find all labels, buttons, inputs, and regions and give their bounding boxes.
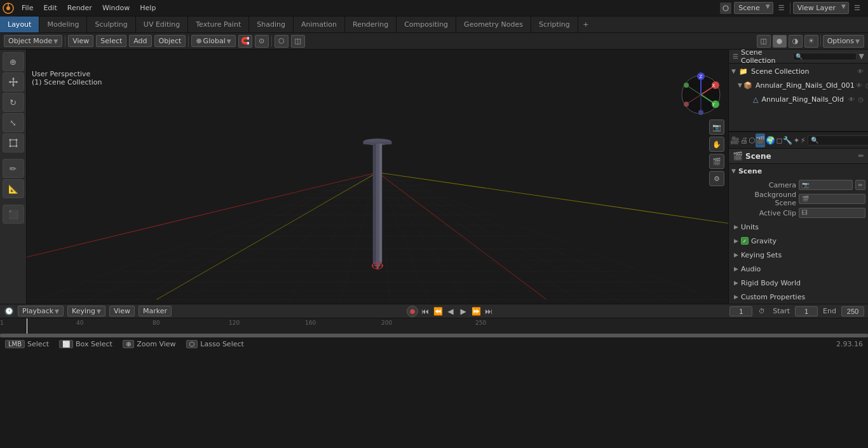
object-menu[interactable]: Object [154, 35, 186, 47]
navigation-gizmo[interactable]: X Y Z [679, 72, 723, 117]
props-tab-modifier[interactable]: 🔧 [783, 133, 792, 147]
outliner-search[interactable]: 🔍 [793, 53, 857, 60]
record-btn[interactable]: ● [407, 306, 418, 317]
tab-texture-paint[interactable]: Texture Paint [188, 17, 249, 32]
current-frame-input[interactable]: 1 [729, 306, 752, 316]
move-tool[interactable] [3, 72, 24, 92]
outliner-filter-btn[interactable]: ▼ [859, 52, 864, 60]
marker-menu[interactable]: Marker [139, 306, 172, 316]
play-reverse-btn[interactable]: ◀ [445, 306, 456, 317]
keying-sets-section[interactable]: ▶ Keying Sets [729, 248, 868, 262]
outliner-mesh-object[interactable]: △ Annular_Ring_Nails_Old 👁 ◷ [729, 92, 868, 106]
outliner-scene-collection[interactable]: ▼ 📁 Scene Collection 👁 [729, 64, 868, 78]
step-forward-btn[interactable]: ⏩ [470, 306, 482, 317]
props-tab-view[interactable]: ⬡ [749, 133, 755, 147]
rendered-shading[interactable]: ☀ [804, 35, 818, 48]
background-scene-value[interactable]: 🎬 [799, 194, 865, 204]
viewlayer-options-btn[interactable]: ☰ [851, 3, 863, 14]
proportional-edit[interactable]: ⊙ [255, 35, 269, 48]
viewlayer-selector[interactable]: View Layer ▼ [793, 2, 849, 14]
props-tab-object[interactable]: ◻ [776, 133, 782, 147]
step-back-btn[interactable]: ⏪ [432, 306, 444, 317]
jump-start-btn[interactable]: ⏮ [419, 306, 431, 317]
tab-sculpting[interactable]: Sculpting [87, 17, 135, 32]
options-btn[interactable]: Options ▼ [823, 35, 864, 48]
menu-help[interactable]: Help [135, 0, 161, 16]
start-frame-input[interactable]: 1 [795, 306, 818, 316]
cursor-tool[interactable]: ⊕ [3, 52, 24, 71]
props-tab-output[interactable]: 🖨 [740, 133, 748, 147]
tab-shading[interactable]: Shading [249, 17, 294, 32]
scene-edit-btn[interactable]: ✏ [858, 152, 864, 160]
tab-modeling[interactable]: Modeling [39, 17, 87, 32]
tab-rendering[interactable]: Rendering [345, 17, 397, 32]
object-mode-selector[interactable]: Object Mode ▼ [4, 35, 62, 47]
menu-window[interactable]: Window [97, 0, 135, 16]
scale-tool[interactable]: ⤡ [3, 113, 24, 132]
transform-orientation[interactable]: ⊕ Global ▼ [191, 35, 235, 47]
ring-render-btn[interactable]: ◷ [865, 82, 868, 89]
pan-view-btn[interactable]: ✋ [709, 137, 724, 152]
snap-toggle[interactable]: 🧲 [238, 35, 252, 48]
tab-animation[interactable]: Animation [294, 17, 345, 32]
menu-file[interactable]: File [17, 0, 38, 16]
view-menu[interactable]: View [68, 35, 93, 47]
audio-section[interactable]: ▶ Audio [729, 262, 868, 276]
select-menu[interactable]: Select [96, 35, 126, 47]
overlay-btn[interactable]: ⬡ [275, 35, 288, 48]
camera-value[interactable]: 📷 [799, 180, 853, 190]
add-object-tool[interactable]: ⬛ [3, 205, 24, 224]
scene-options-btn[interactable]: ☰ [776, 3, 787, 14]
view-menu-tl[interactable]: View [109, 306, 135, 316]
search-view-btn[interactable]: ⚙ [709, 171, 724, 186]
wireframe-shading[interactable]: ◫ [757, 35, 771, 48]
props-tab-render[interactable]: 🎥 [730, 133, 740, 147]
camera-view-btn[interactable]: 📷 [709, 119, 724, 135]
mesh-render-btn[interactable]: ◷ [858, 96, 864, 103]
tab-layout[interactable]: Layout [0, 17, 39, 32]
scene-section-header[interactable]: ▼ Scene [729, 164, 868, 178]
timeline-track[interactable]: 1 40 80 120 160 200 250 [0, 318, 868, 337]
collection-vis-btn[interactable]: 👁 [857, 68, 864, 75]
measure-tool[interactable]: 📐 [3, 179, 24, 198]
tab-uv-editing[interactable]: UV Editing [136, 17, 188, 32]
viewport-3d[interactable]: User Perspective (1) Scene Collection X … [27, 50, 728, 304]
tab-geometry-nodes[interactable]: Geometry Nodes [456, 17, 531, 32]
rotate-tool[interactable]: ↻ [3, 93, 24, 112]
props-tab-scene[interactable]: 🎬 [756, 133, 765, 147]
custom-properties-section[interactable]: ▶ Custom Properties [729, 290, 868, 304]
props-tab-physics[interactable]: ⚡ [801, 133, 806, 147]
jump-end-btn[interactable]: ⏭ [483, 306, 494, 317]
props-tab-world[interactable]: 🌍 [766, 133, 775, 147]
ring-vis-btn[interactable]: 👁 [856, 82, 862, 89]
play-forward-btn[interactable]: ▶ [458, 306, 469, 317]
render-btn[interactable]: 🎬 [709, 154, 724, 169]
rigid-body-world-section[interactable]: ▶ Rigid Body World [729, 276, 868, 290]
gravity-checkbox[interactable]: ✓ [741, 237, 749, 245]
add-menu[interactable]: Add [129, 35, 151, 47]
tab-scripting[interactable]: Scripting [531, 17, 578, 32]
mesh-vis-btn[interactable]: 👁 [848, 96, 855, 103]
scene-selector[interactable]: Scene ▼ [734, 2, 773, 14]
gravity-section[interactable]: ▶ ✓ Gravity [729, 234, 868, 248]
timeline-type-btn[interactable]: 🕐 [4, 306, 14, 316]
scene-icon-btn[interactable] [720, 3, 731, 14]
props-tab-particles[interactable]: ✦ [793, 133, 799, 147]
props-search-input[interactable] [808, 135, 868, 146]
menu-edit[interactable]: Edit [38, 0, 62, 16]
add-workspace-btn[interactable]: + [578, 17, 593, 32]
solid-shading[interactable]: ● [773, 35, 787, 48]
timeline-scrollbar[interactable] [0, 334, 868, 337]
timer-btn[interactable]: ⏱ [756, 306, 768, 317]
end-frame-input[interactable]: 250 [841, 306, 864, 316]
tab-compositing[interactable]: Compositing [397, 17, 456, 32]
camera-pick-btn[interactable]: ✏ [855, 180, 865, 190]
menu-render[interactable]: Render [62, 0, 97, 16]
units-section[interactable]: ▶ Units [729, 220, 868, 234]
xray-btn[interactable]: ◫ [291, 35, 305, 48]
transform-tool[interactable] [3, 133, 24, 153]
playback-menu[interactable]: Playback ▼ [18, 306, 64, 316]
keying-menu[interactable]: Keying ▼ [67, 306, 105, 316]
active-clip-value[interactable]: 🎞 [799, 208, 865, 218]
outliner-ring-collection[interactable]: ▼ 📦 Annular_Ring_Nails_Old_001 👁 ◷ [729, 78, 868, 92]
